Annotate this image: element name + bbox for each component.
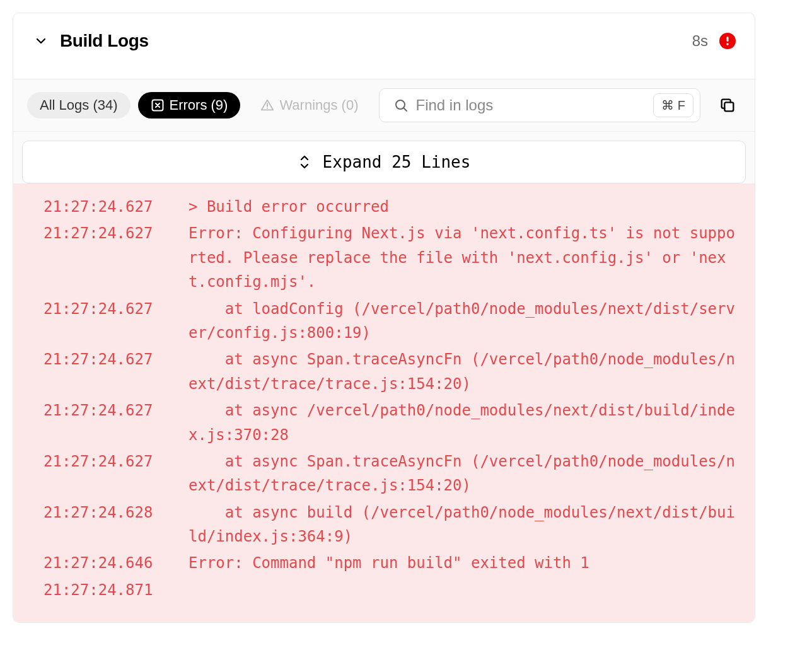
search-shortcut: ⌘ F xyxy=(653,93,693,117)
log-timestamp: 21:27:24.871 xyxy=(44,578,188,602)
log-line[interactable]: 21:27:24.627Error: Configuring Next.js v… xyxy=(44,221,737,294)
svg-point-4 xyxy=(267,107,268,108)
log-search[interactable]: ⌘ F xyxy=(379,88,700,122)
svg-point-0 xyxy=(726,43,728,45)
filter-errors[interactable]: Errors (9) xyxy=(138,92,241,119)
chevron-down-icon[interactable] xyxy=(32,32,50,50)
log-toolbar: All Logs (34) Errors (9) Warnings (0) ⌘ … xyxy=(13,79,755,132)
copy-logs-button[interactable] xyxy=(714,92,741,119)
log-timestamp: 21:27:24.628 xyxy=(44,501,188,524)
log-message: at async Span.traceAsyncFn (/vercel/path… xyxy=(188,347,737,396)
search-icon xyxy=(392,96,410,114)
svg-line-6 xyxy=(403,108,407,111)
log-message: Error: Configuring Next.js via 'next.con… xyxy=(188,221,737,294)
log-timestamp: 21:27:24.627 xyxy=(44,449,188,473)
filter-all-label: All Logs (34) xyxy=(40,97,118,113)
log-line[interactable]: 21:27:24.628 at async build (/vercel/pat… xyxy=(44,501,737,549)
log-timestamp: 21:27:24.627 xyxy=(44,297,188,321)
filter-errors-label: Errors (9) xyxy=(170,97,228,113)
log-message: at async /vercel/path0/node_modules/next… xyxy=(188,398,737,447)
log-line[interactable]: 21:27:24.627 at async Span.traceAsyncFn … xyxy=(44,347,737,396)
error-status-icon xyxy=(719,33,736,49)
log-line[interactable]: 21:27:24.627 at async /vercel/path0/node… xyxy=(44,398,737,447)
filter-all-logs[interactable]: All Logs (34) xyxy=(27,92,130,119)
svg-rect-7 xyxy=(724,102,733,111)
log-line[interactable]: 21:27:24.646Error: Command "npm run buil… xyxy=(44,551,737,575)
log-line[interactable]: 21:27:24.871 xyxy=(44,578,737,602)
search-input[interactable] xyxy=(416,96,649,114)
error-box-icon xyxy=(151,98,165,112)
build-duration: 8s xyxy=(692,32,708,50)
warning-triangle-icon xyxy=(260,98,274,112)
log-line[interactable]: 21:27:24.627> Build error occurred xyxy=(44,195,737,219)
expand-wrap: Expand 25 Lines xyxy=(13,132,755,183)
panel-title: Build Logs xyxy=(60,31,149,51)
log-message: at async build (/vercel/path0/node_modul… xyxy=(188,501,737,549)
log-line[interactable]: 21:27:24.627 at async Span.traceAsyncFn … xyxy=(44,449,737,498)
expand-lines-button[interactable]: Expand 25 Lines xyxy=(22,141,746,183)
log-message: at async Span.traceAsyncFn (/vercel/path… xyxy=(188,449,737,498)
panel-header[interactable]: Build Logs 8s xyxy=(13,13,755,79)
log-line[interactable]: 21:27:24.627 at loadConfig (/vercel/path… xyxy=(44,297,737,345)
expand-label: Expand 25 Lines xyxy=(323,153,471,171)
log-timestamp: 21:27:24.627 xyxy=(44,398,188,422)
log-output: 21:27:24.627> Build error occurred21:27:… xyxy=(13,183,755,622)
filter-warnings: Warnings (0) xyxy=(248,92,371,119)
log-message: at loadConfig (/vercel/path0/node_module… xyxy=(188,297,737,345)
log-timestamp: 21:27:24.627 xyxy=(44,347,188,371)
log-timestamp: 21:27:24.627 xyxy=(44,195,188,219)
log-message: > Build error occurred xyxy=(188,195,737,219)
filter-warnings-label: Warnings (0) xyxy=(279,97,358,113)
log-timestamp: 21:27:24.646 xyxy=(44,551,188,575)
expand-updown-icon xyxy=(298,154,311,170)
svg-rect-1 xyxy=(727,37,729,42)
log-timestamp: 21:27:24.627 xyxy=(44,221,188,245)
log-message: Error: Command "npm run build" exited wi… xyxy=(188,551,737,575)
build-logs-panel: Build Logs 8s All Logs (34) Errors (9) W… xyxy=(13,13,755,623)
